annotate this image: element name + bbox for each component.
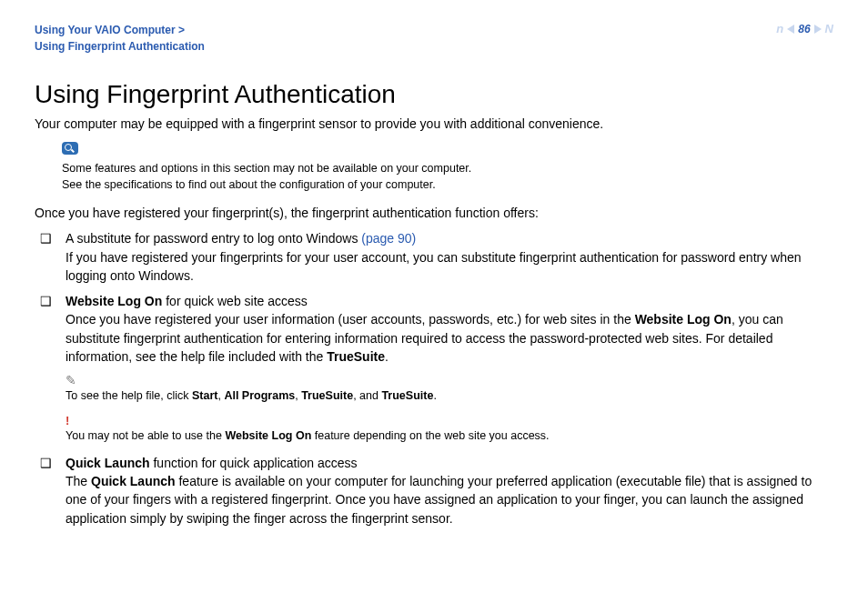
- intro-paragraph: Your computer may be equipped with a fin…: [35, 116, 833, 131]
- nav-next-letter[interactable]: N: [825, 22, 833, 35]
- warn-post: feature depending on the web site you ac…: [311, 429, 549, 442]
- help-pre: To see the help file, click: [66, 389, 192, 402]
- bullet2-bold1: Website Log On: [635, 312, 732, 327]
- help-end: .: [433, 389, 436, 402]
- list-item: A substitute for password entry to log o…: [40, 229, 833, 285]
- bullet3-pre: The: [66, 474, 91, 488]
- bullet3-title: Quick Launch: [66, 456, 150, 470]
- availability-line-2: See the specifications to find out about…: [62, 176, 833, 193]
- nav-prev-letter[interactable]: n: [776, 22, 783, 35]
- page-90-link[interactable]: (page 90): [361, 231, 416, 246]
- help-c3: , and: [353, 389, 381, 402]
- warn-bold: Website Log On: [225, 429, 311, 442]
- list-item: Quick Launch function for quick applicat…: [40, 454, 833, 528]
- bullet2-body-pre: Once you have registered your user infor…: [66, 312, 635, 327]
- breadcrumb-current: Using Fingerprint Authentication: [35, 38, 205, 55]
- helpfile-note: ✎ To see the help file, click Start, All…: [66, 373, 833, 405]
- help-s4: TrueSuite: [381, 389, 433, 402]
- page-nav: n 86 N: [776, 22, 833, 35]
- bullet1-body: If you have registered your fingerprints…: [66, 250, 802, 283]
- bullet3-after: function for quick application access: [150, 456, 358, 470]
- nav-prev-icon[interactable]: [787, 25, 794, 34]
- list-item: Website Log On for quick web site access…: [40, 292, 833, 366]
- page-header: Using Your VAIO Computer > Using Fingerp…: [35, 22, 833, 55]
- pencil-icon: ✎: [66, 373, 833, 387]
- help-s3: TrueSuite: [301, 389, 353, 402]
- exclamation-icon: !: [66, 414, 833, 427]
- help-s2: All Programs: [224, 389, 295, 402]
- bullet2-after: for quick web site access: [162, 294, 308, 308]
- feature-list: A substitute for password entry to log o…: [40, 229, 833, 366]
- nav-next-icon[interactable]: [814, 25, 822, 34]
- breadcrumb: Using Your VAIO Computer > Using Fingerp…: [35, 22, 205, 55]
- page-number: 86: [798, 23, 810, 35]
- registered-intro: Once you have registered your fingerprin…: [35, 206, 833, 220]
- breadcrumb-parent: Using Your VAIO Computer >: [35, 22, 205, 38]
- bullet3-bold: Quick Launch: [91, 474, 176, 488]
- search-icon: [62, 142, 78, 155]
- bullet2-title: Website Log On: [66, 294, 162, 308]
- warning-note: ! You may not be able to use the Website…: [66, 414, 833, 445]
- help-s1: Start: [192, 389, 217, 402]
- bullet1-lead: A substitute for password entry to log o…: [66, 231, 361, 246]
- bullet2-body-end: .: [385, 349, 389, 364]
- availability-line-1: Some features and options in this sectio…: [62, 160, 833, 176]
- bullet2-bold2: TrueSuite: [327, 349, 385, 364]
- availability-callout: Some features and options in this sectio…: [62, 142, 833, 193]
- page-title: Using Fingerprint Authentication: [35, 80, 833, 109]
- bullet3-post: feature is available on your computer fo…: [66, 474, 812, 526]
- feature-list-continued: Quick Launch function for quick applicat…: [40, 454, 833, 528]
- warn-pre: You may not be able to use the: [66, 429, 225, 442]
